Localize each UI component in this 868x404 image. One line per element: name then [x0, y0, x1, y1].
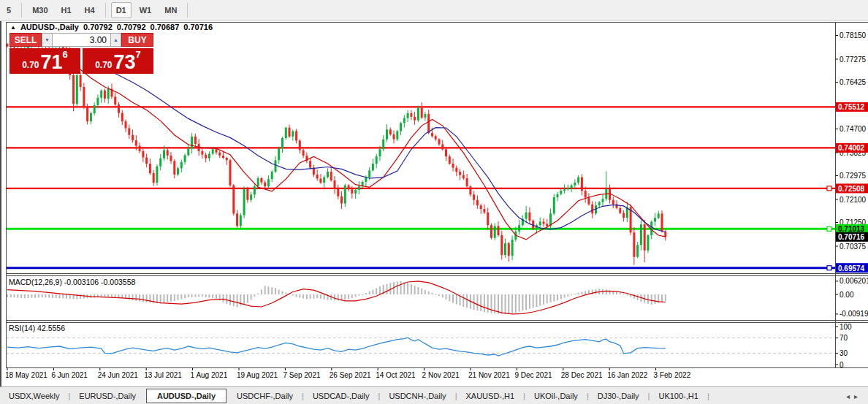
sell-price-display[interactable]: 0.70 71 6: [9, 48, 80, 74]
svg-text:24 Jun 2021: 24 Jun 2021: [98, 371, 138, 379]
volume-increase-button[interactable]: ▲: [110, 33, 121, 47]
svg-text:6 Jun 2021: 6 Jun 2021: [51, 371, 88, 379]
rsi-label: RSI(14) 42.5556: [9, 324, 65, 332]
svg-text:18 May 2021: 18 May 2021: [5, 371, 47, 379]
buy-button[interactable]: BUY: [121, 33, 153, 47]
toolbar-separator: [105, 3, 106, 18]
sell-price-main: 71: [41, 53, 63, 72]
buy-price-display[interactable]: 0.70 73 7: [83, 48, 153, 74]
tab-scroll-right-icon[interactable]: ▸: [854, 392, 862, 400]
svg-text:0.00: 0.00: [840, 291, 854, 299]
chart-tab-USDCHF-Daily[interactable]: USDCHF-,Daily: [228, 389, 302, 403]
toolbar-separator: [21, 3, 22, 18]
svg-text:19 Aug 2021: 19 Aug 2021: [237, 371, 278, 379]
timeframe-button-MN[interactable]: MN: [159, 2, 182, 18]
chart-tab-EURUSD-Daily[interactable]: EURUSD-,Daily: [70, 389, 145, 403]
svg-text:26 Sep 2021: 26 Sep 2021: [330, 371, 371, 379]
svg-text:0.76425: 0.76425: [840, 78, 867, 86]
arrow-down-icon: ▼: [45, 37, 50, 42]
svg-text:0.72508: 0.72508: [838, 185, 865, 193]
chart-tab-UKOil-Daily[interactable]: UKOil-,Daily: [525, 389, 587, 403]
macd-label: MACD(12,26,9) -0.003106 -0.003558: [9, 278, 136, 286]
svg-text:0.77275: 0.77275: [840, 56, 867, 64]
buy-price-main: 73: [114, 53, 136, 72]
svg-text:13 Jul 2021: 13 Jul 2021: [144, 371, 182, 379]
volume-input[interactable]: 3.00: [53, 33, 110, 47]
svg-text:0.71013: 0.71013: [838, 225, 865, 233]
ohlc-low: 0.70687: [151, 23, 180, 31]
timeframe-button-H1[interactable]: H1: [56, 2, 77, 18]
svg-text:30: 30: [840, 349, 848, 357]
window-left-edge: [0, 0, 1, 404]
chart-tab-XAUUSD-H1[interactable]: XAUUSD-,H1: [457, 389, 523, 403]
ohlc-close: 0.70716: [183, 23, 213, 31]
buy-price-pip: 7: [136, 49, 141, 60]
svg-text:1 Aug 2021: 1 Aug 2021: [191, 371, 228, 379]
tab-separator: |: [707, 392, 709, 400]
chart-tab-DJ30-Daily[interactable]: DJ30-,Daily: [589, 389, 648, 403]
timeframe-button-M30[interactable]: M30: [27, 2, 53, 18]
svg-text:0.74700: 0.74700: [840, 125, 867, 133]
svg-text:3 Feb 2022: 3 Feb 2022: [654, 371, 691, 379]
sell-button[interactable]: SELL: [9, 33, 42, 47]
collapse-triangle-icon[interactable]: ▲: [10, 24, 16, 31]
svg-text:9 Dec 2021: 9 Dec 2021: [514, 371, 552, 379]
svg-text:0.70716: 0.70716: [838, 233, 865, 241]
ohlc-high: 0.70792: [117, 23, 146, 31]
svg-text:-0.0091916: -0.0091916: [840, 310, 868, 318]
svg-text:2 Nov 2021: 2 Nov 2021: [422, 371, 460, 379]
tab-scroll-left-icon[interactable]: ◂: [846, 392, 854, 400]
svg-text:70: 70: [840, 334, 848, 342]
bottom-tab-bar: USDX,Weekly|EURUSD-,DailyAUDUSD-,DailyUS…: [0, 386, 868, 404]
timeframe-button-H4[interactable]: H4: [80, 2, 100, 18]
chart-tab-UK100-H1[interactable]: UK100-,H1: [650, 389, 707, 403]
chart-background: [0, 20, 868, 386]
timeframe-toolbar: 5M30H1H4D1W1MN: [0, 0, 868, 21]
sell-price-prefix: 0.70: [22, 60, 39, 70]
svg-text:100: 100: [840, 323, 852, 331]
svg-text:7 Sep 2021: 7 Sep 2021: [283, 371, 321, 379]
hline-handle-0.72508[interactable]: [827, 186, 831, 191]
price-tag-0.69574: 0.69574: [836, 263, 868, 272]
svg-text:28 Dec 2021: 28 Dec 2021: [561, 371, 603, 379]
svg-text:0.78150: 0.78150: [840, 31, 867, 39]
volume-decrease-button[interactable]: ▼: [42, 33, 53, 47]
ohlc-open: 0.70792: [83, 23, 113, 31]
svg-text:21 Nov 2021: 21 Nov 2021: [468, 371, 510, 379]
one-click-trade-panel: SELL ▼ 3.00 ▲ BUY 0.70 71 6 0.70 73 7: [9, 33, 153, 74]
buy-price-prefix: 0.70: [95, 60, 112, 70]
timeframe-button-W1[interactable]: W1: [134, 2, 157, 18]
chart-tab-USDCAD-Daily[interactable]: USDCAD-,Daily: [304, 389, 378, 403]
timeframe-button-D1[interactable]: D1: [111, 2, 132, 18]
chart-tab-USDX-Weekly[interactable]: USDX,Weekly: [0, 389, 68, 403]
chart-tab-USDCNH-Daily[interactable]: USDCNH-,Daily: [380, 389, 454, 403]
svg-text:14 Oct 2021: 14 Oct 2021: [376, 371, 416, 379]
price-tag-0.72508: 0.72508: [836, 183, 868, 193]
symbol-period-label: AUDUSD-,Daily: [20, 23, 79, 31]
svg-text:16 Jan 2022: 16 Jan 2022: [607, 371, 647, 379]
current-price-tag: 0.70716: [836, 232, 868, 242]
price-tag-0.75512: 0.75512: [836, 102, 868, 112]
arrow-up-icon: ▲: [113, 37, 118, 42]
hline-handle-0.69574[interactable]: [827, 266, 831, 270]
sell-price-pip: 6: [63, 49, 68, 60]
svg-text:0.69574: 0.69574: [838, 264, 865, 272]
svg-text:0.74002: 0.74002: [838, 144, 865, 152]
chart-tab-AUDUSD-Daily[interactable]: AUDUSD-,Daily: [146, 389, 226, 403]
toolbar-separator: [187, 3, 188, 18]
price-tag-0.74002: 0.74002: [836, 143, 868, 153]
svg-text:0.75512: 0.75512: [838, 103, 865, 111]
timeframe-button-5[interactable]: 5: [1, 2, 16, 18]
svg-text:0.72100: 0.72100: [840, 196, 867, 204]
svg-text:0.72975: 0.72975: [840, 172, 867, 180]
svg-text:0: 0: [840, 361, 844, 369]
svg-text:0.0062013: 0.0062013: [840, 277, 868, 285]
hline-handle-0.71013[interactable]: [827, 226, 831, 231]
svg-text:0.70375: 0.70375: [840, 243, 867, 251]
chart-title: ▲ AUDUSD-,Daily 0.70792 0.70792 0.70687 …: [10, 23, 213, 31]
